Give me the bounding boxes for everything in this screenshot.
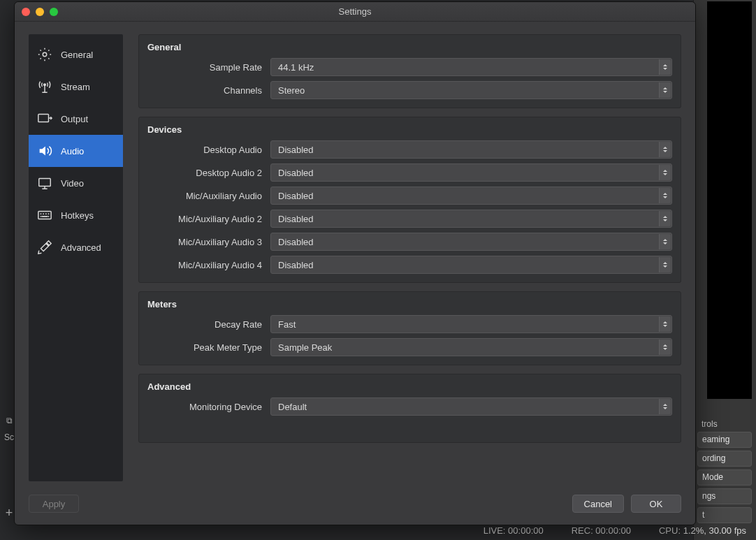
section-title: Meters bbox=[147, 299, 672, 309]
cancel-button[interactable]: Cancel bbox=[572, 495, 624, 513]
stepper-icon bbox=[659, 165, 671, 180]
mic-aux-3-label: Mic/Auxiliary Audio 3 bbox=[147, 237, 270, 247]
status-cpu: CPU: 1.2%, 30.00 fps bbox=[659, 525, 746, 536]
select-value: Disabled bbox=[278, 191, 314, 201]
sidebar-item-output[interactable]: Output bbox=[29, 103, 123, 135]
monitoring-device-select[interactable]: Default bbox=[270, 397, 672, 416]
close-icon[interactable] bbox=[22, 8, 30, 16]
output-icon bbox=[36, 110, 54, 128]
status-live: LIVE: 00:00:00 bbox=[484, 525, 544, 536]
speaker-icon bbox=[36, 142, 54, 160]
peak-meter-type-label: Peak Meter Type bbox=[147, 342, 270, 353]
exit-button[interactable]: t bbox=[697, 507, 752, 523]
titlebar[interactable]: Settings bbox=[15, 2, 695, 22]
stepper-icon bbox=[659, 257, 671, 272]
mic-aux-3-select[interactable]: Disabled bbox=[270, 233, 672, 251]
svg-rect-4 bbox=[38, 212, 51, 219]
desktop-audio-2-label: Desktop Audio 2 bbox=[147, 168, 270, 178]
section-title: General bbox=[147, 42, 672, 52]
antenna-icon bbox=[36, 78, 54, 96]
stepper-icon bbox=[659, 188, 671, 203]
studio-mode-button[interactable]: Mode bbox=[697, 469, 752, 486]
controls-panel-label: trols bbox=[697, 417, 752, 431]
select-value: Stereo bbox=[278, 85, 305, 96]
settings-content: General Sample Rate 44.1 kHz Channels St… bbox=[138, 34, 681, 486]
select-value: Disabled bbox=[278, 145, 314, 155]
channels-select[interactable]: Stereo bbox=[270, 81, 672, 99]
traffic-lights bbox=[22, 8, 58, 16]
zoom-icon[interactable] bbox=[50, 8, 58, 16]
desktop-audio-2-select[interactable]: Disabled bbox=[270, 163, 672, 182]
status-rec: REC: 00:00:00 bbox=[572, 525, 631, 536]
settings-sidebar: General Stream Output Audio bbox=[29, 34, 123, 481]
select-value: Disabled bbox=[278, 260, 314, 270]
sidebar-item-audio[interactable]: Audio bbox=[29, 135, 123, 167]
mic-aux-2-select[interactable]: Disabled bbox=[270, 210, 672, 228]
sidebar-item-label: Video bbox=[61, 178, 84, 189]
select-value: Disabled bbox=[278, 214, 314, 224]
sidebar-item-general[interactable]: General bbox=[29, 38, 123, 71]
tools-icon bbox=[36, 238, 54, 256]
decay-rate-select[interactable]: Fast bbox=[270, 315, 672, 333]
section-title: Advanced bbox=[147, 381, 672, 392]
modal-footer: Apply Cancel OK bbox=[15, 492, 695, 525]
svg-rect-3 bbox=[39, 179, 51, 187]
window-title: Settings bbox=[15, 6, 695, 17]
stepper-icon bbox=[659, 316, 671, 332]
sidebar-item-label: Hotkeys bbox=[61, 210, 94, 221]
stepper-icon bbox=[659, 340, 671, 355]
status-bar: LIVE: 00:00:00 REC: 00:00:00 CPU: 1.2%, … bbox=[0, 523, 756, 537]
channels-label: Channels bbox=[147, 85, 270, 96]
keyboard-icon bbox=[36, 206, 54, 224]
desktop-audio-select[interactable]: Disabled bbox=[270, 140, 672, 159]
section-title: Devices bbox=[147, 124, 672, 135]
settings-window: Settings General Stream Output bbox=[14, 1, 696, 525]
section-meters: Meters Decay Rate Fast Peak Meter Type S… bbox=[138, 291, 681, 365]
start-recording-button[interactable]: ording bbox=[697, 451, 752, 467]
select-value: 44.1 kHz bbox=[278, 62, 314, 73]
preview-area bbox=[707, 1, 752, 399]
start-streaming-button[interactable]: eaming bbox=[697, 432, 752, 448]
stepper-icon bbox=[659, 211, 671, 226]
sidebar-item-hotkeys[interactable]: Hotkeys bbox=[29, 199, 123, 231]
mic-aux-label: Mic/Auxiliary Audio bbox=[147, 191, 270, 201]
ok-button[interactable]: OK bbox=[631, 495, 681, 513]
section-general: General Sample Rate 44.1 kHz Channels St… bbox=[138, 34, 681, 108]
settings-button[interactable]: ngs bbox=[697, 488, 752, 504]
mic-aux-4-label: Mic/Auxiliary Audio 4 bbox=[147, 260, 270, 270]
stepper-icon bbox=[659, 399, 671, 414]
sidebar-item-stream[interactable]: Stream bbox=[29, 71, 123, 103]
select-value: Fast bbox=[278, 319, 296, 330]
select-value: Sample Peak bbox=[278, 342, 332, 353]
stepper-icon bbox=[659, 234, 671, 249]
mic-aux-2-label: Mic/Auxiliary Audio 2 bbox=[147, 214, 270, 224]
mic-aux-select[interactable]: Disabled bbox=[270, 187, 672, 205]
stepper-icon bbox=[659, 82, 671, 98]
select-value: Default bbox=[278, 402, 307, 412]
monitor-icon bbox=[36, 174, 54, 192]
svg-point-0 bbox=[43, 52, 47, 57]
stepper-icon bbox=[659, 142, 671, 157]
desktop-audio-label: Desktop Audio bbox=[147, 145, 270, 155]
mic-aux-4-select[interactable]: Disabled bbox=[270, 256, 672, 274]
decay-rate-label: Decay Rate bbox=[147, 319, 270, 330]
apply-button[interactable]: Apply bbox=[29, 495, 79, 513]
section-devices: Devices Desktop Audio Disabled Desktop A… bbox=[138, 117, 681, 283]
monitoring-device-label: Monitoring Device bbox=[147, 402, 270, 412]
sidebar-item-label: Stream bbox=[61, 82, 90, 92]
select-value: Disabled bbox=[278, 237, 314, 247]
sidebar-item-advanced[interactable]: Advanced bbox=[29, 231, 123, 263]
sidebar-item-label: General bbox=[61, 50, 93, 60]
svg-rect-2 bbox=[38, 115, 49, 122]
sample-rate-label: Sample Rate bbox=[147, 62, 270, 73]
stepper-icon bbox=[659, 59, 671, 75]
gear-icon bbox=[36, 45, 54, 64]
minimize-icon[interactable] bbox=[36, 8, 44, 16]
section-advanced: Advanced Monitoring Device Default bbox=[138, 374, 681, 443]
select-value: Disabled bbox=[278, 168, 314, 178]
sidebar-item-label: Output bbox=[61, 114, 88, 124]
sidebar-item-video[interactable]: Video bbox=[29, 167, 123, 199]
peak-meter-type-select[interactable]: Sample Peak bbox=[270, 338, 672, 356]
sidebar-item-label: Advanced bbox=[61, 242, 101, 253]
sample-rate-select[interactable]: 44.1 kHz bbox=[270, 58, 672, 76]
